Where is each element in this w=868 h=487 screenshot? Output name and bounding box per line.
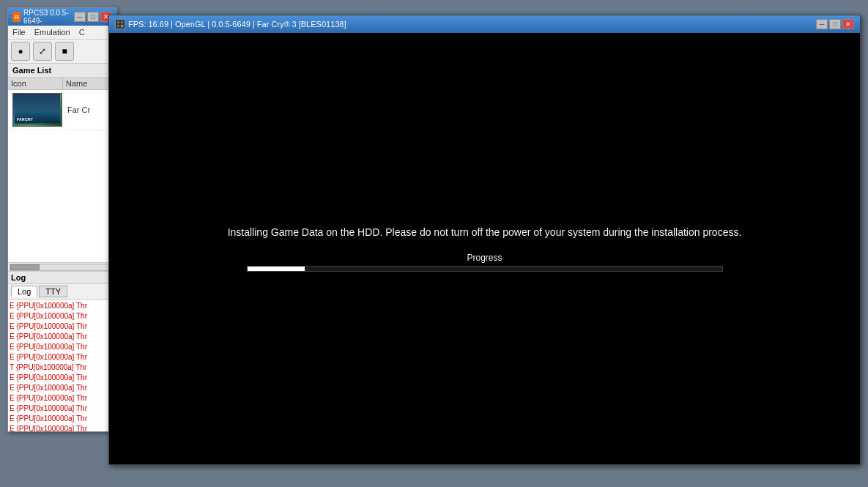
game-thumbnail: FARCRY <box>12 93 62 127</box>
progress-container: Progress <box>247 253 723 272</box>
game-list-columns: Icon Name <box>8 78 116 90</box>
log-line: E {PPU[0x100000a] Thr <box>10 332 115 342</box>
scrollbar-track[interactable] <box>10 264 115 271</box>
stop-icon: ■ <box>62 46 67 56</box>
minimize-button[interactable]: ─ <box>74 12 86 22</box>
scrollbar-thumb[interactable] <box>10 264 40 270</box>
game-window-controls: ─ □ ✕ <box>816 19 854 29</box>
log-line: E {PPU[0x100000a] Thr <box>10 373 115 383</box>
progress-bar-fill <box>248 267 305 271</box>
expand-icon: ⤢ <box>39 46 46 56</box>
game-list-item[interactable]: FARCRY Far Cr <box>8 90 116 130</box>
svg-rect-7 <box>121 21 123 23</box>
toolbar: ● ⤢ ■ <box>8 40 116 64</box>
progress-label: Progress <box>467 253 502 263</box>
log-header: Log <box>8 272 116 284</box>
install-message: Installing Game Data on the HDD. Please … <box>228 226 742 238</box>
log-line: E {PPU[0x100000a] Thr <box>10 383 115 393</box>
game-content-area: Installing Game Data on the HDD. Please … <box>109 33 860 464</box>
game-app-icon <box>115 19 125 29</box>
game-list-content: FARCRY Far Cr <box>8 90 116 262</box>
emulator-panel: R RPCS3 0.0.5-6649- ─ □ ✕ File Emulation… <box>7 7 117 432</box>
log-tab-log[interactable]: Log <box>11 286 37 297</box>
emulator-title-bar: R RPCS3 0.0.5-6649- ─ □ ✕ <box>8 8 116 26</box>
log-line: E {PPU[0x100000a] Thr <box>10 321 115 332</box>
col-header-icon: Icon <box>8 78 63 89</box>
svg-rect-6 <box>117 21 119 23</box>
log-line: E {PPU[0x100000a] Thr <box>10 404 115 414</box>
log-line: E {PPU[0x100000a] Thr <box>10 393 115 404</box>
log-line: E {PPU[0x100000a] Thr <box>10 311 115 321</box>
maximize-button[interactable]: □ <box>87 12 99 22</box>
log-panel: Log Log TTY E {PPU[0x100000a] ThrE {PPU[… <box>8 271 116 431</box>
emulator-title-text: RPCS3 0.0.5-6649- <box>23 9 74 25</box>
log-line: E {PPU[0x100000a] Thr <box>10 424 115 431</box>
log-tab-tty[interactable]: TTY <box>39 286 67 297</box>
menu-other[interactable]: C <box>78 27 86 37</box>
svg-text:FARCRY: FARCRY <box>16 117 33 122</box>
title-bar-controls: ─ □ ✕ <box>74 12 112 22</box>
stop-button[interactable]: ■ <box>55 42 74 61</box>
log-line: T {PPU[0x100000a] Thr <box>10 363 115 373</box>
game-icon-cell: FARCRY <box>10 92 64 128</box>
expand-button[interactable]: ⤢ <box>33 42 52 61</box>
svg-rect-8 <box>117 25 119 27</box>
play-icon: ● <box>18 46 23 56</box>
menu-bar: File Emulation C <box>8 26 116 40</box>
progress-bar-track <box>247 266 723 272</box>
title-bar-left: R RPCS3 0.0.5-6649- <box>12 9 74 25</box>
log-content: E {PPU[0x100000a] ThrE {PPU[0x100000a] T… <box>8 300 116 431</box>
game-title-text: FPS: 16.69 | OpenGL | 0.0.5-6649 | Far C… <box>128 20 346 29</box>
menu-file[interactable]: File <box>11 27 27 37</box>
log-line: E {PPU[0x100000a] Thr <box>10 352 115 363</box>
game-window: FPS: 16.69 | OpenGL | 0.0.5-6649 | Far C… <box>108 15 861 465</box>
log-line: E {PPU[0x100000a] Thr <box>10 301 115 311</box>
horizontal-scrollbar[interactable] <box>8 262 116 271</box>
svg-rect-9 <box>121 25 123 27</box>
play-button[interactable]: ● <box>11 42 30 61</box>
game-list-header: Game List <box>8 64 116 78</box>
game-name: Far Cr <box>64 104 115 116</box>
game-title-bar: FPS: 16.69 | OpenGL | 0.0.5-6649 | Far C… <box>109 15 860 33</box>
log-title: Log <box>11 273 26 282</box>
game-minimize-button[interactable]: ─ <box>816 19 828 29</box>
log-line: E {PPU[0x100000a] Thr <box>10 342 115 352</box>
emulator-app-icon: R <box>12 12 21 22</box>
log-tab-bar: Log TTY <box>8 284 116 300</box>
game-title-left: FPS: 16.69 | OpenGL | 0.0.5-6649 | Far C… <box>115 19 346 29</box>
game-maximize-button[interactable]: □ <box>829 19 841 29</box>
menu-emulation[interactable]: Emulation <box>33 27 72 37</box>
log-line: E {PPU[0x100000a] Thr <box>10 414 115 424</box>
game-close-button[interactable]: ✕ <box>842 19 854 29</box>
